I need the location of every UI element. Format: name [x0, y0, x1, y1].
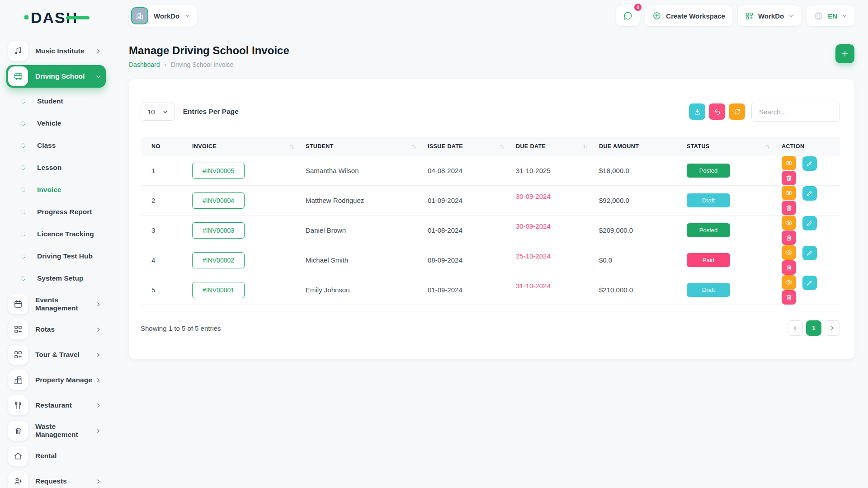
sidebar-item-licence-tracking[interactable]: Licence Tracking: [6, 223, 106, 245]
edit-button[interactable]: [802, 216, 817, 230]
sidebar-item-vehicle[interactable]: Vehicle: [6, 113, 106, 134]
sidebar-item-label: Events Management: [35, 296, 95, 312]
delete-button[interactable]: [782, 290, 796, 305]
cell-no: 5: [141, 286, 192, 294]
invoice-number-pill[interactable]: #INV00002: [192, 252, 245, 268]
bullet-ring-icon: [20, 209, 26, 215]
calendar-icon: [8, 294, 28, 314]
column-header-student[interactable]: STUDENT: [306, 143, 428, 150]
delete-button[interactable]: [782, 201, 796, 215]
column-header-status[interactable]: STATUS: [687, 143, 782, 150]
invoice-number-pill[interactable]: #INV00005: [192, 163, 245, 179]
chat-icon: [623, 10, 633, 21]
cell-invoice: #INV00001: [192, 282, 306, 298]
sidebar-item-requests[interactable]: Requests: [6, 470, 106, 488]
sidebar-item-label: Rental: [35, 452, 57, 460]
workspace-selector[interactable]: WorkDo: [129, 5, 197, 27]
delete-button[interactable]: [782, 230, 796, 245]
table-row: 1 #INV00005 Samantha Wilson 04-08-2024 3…: [141, 156, 840, 186]
edit-button[interactable]: [802, 156, 817, 171]
due-date-text: 31-10-2024: [516, 282, 551, 290]
workdo-menu-button[interactable]: WorkDo: [738, 5, 801, 26]
chevron-right-icon: [95, 48, 101, 54]
bullet-ring-icon: [20, 120, 26, 127]
refresh-button[interactable]: [729, 103, 745, 120]
invoice-number-pill[interactable]: #INV00004: [192, 192, 245, 209]
column-header-due-date[interactable]: DUE DATE: [516, 143, 599, 150]
pencil-icon: [806, 249, 813, 257]
chevron-down-icon: [185, 13, 190, 19]
invoice-number-pill[interactable]: #INV00003: [192, 222, 245, 239]
sidebar-item-rotas[interactable]: Rotas: [6, 318, 106, 341]
sidebar-item-lesson[interactable]: Lesson: [6, 157, 106, 178]
table-row: 3 #INV00003 Daniel Brown 01-08-2024 30-0…: [141, 216, 840, 245]
sidebar-item-property-manage[interactable]: Property Manage: [6, 369, 106, 391]
table-footer: Showing 1 to 5 of 5 entries 1: [141, 320, 840, 336]
controls-right: [685, 102, 840, 122]
sidebar-item-label: Driving Test Hub: [37, 252, 93, 260]
create-workspace-button[interactable]: Create Workspace: [645, 5, 732, 26]
add-invoice-button[interactable]: [835, 44, 854, 63]
column-label: INVOICE: [192, 143, 217, 150]
view-button[interactable]: [782, 275, 796, 290]
export-download-button[interactable]: [689, 103, 705, 120]
prev-page-button[interactable]: [788, 320, 803, 336]
sidebar-item-tour-travel[interactable]: Tour & Travel: [6, 343, 106, 366]
view-button[interactable]: [782, 216, 796, 230]
delete-button[interactable]: [782, 171, 796, 185]
view-button[interactable]: [782, 156, 796, 170]
column-header-due-amount: DUE AMOUNT: [599, 143, 687, 150]
sidebar-item-invoice[interactable]: Invoice: [6, 179, 106, 201]
sidebar-item-progress-report[interactable]: Progress Report: [6, 201, 106, 223]
edit-button[interactable]: [802, 276, 817, 290]
sidebar-item-label: Lesson: [37, 164, 61, 172]
chat-button[interactable]: 0: [616, 5, 640, 26]
cell-invoice: #INV00004: [192, 192, 306, 209]
eye-icon: [785, 189, 793, 197]
sidebar-item-class[interactable]: Class: [6, 135, 106, 156]
invoice-number-pill[interactable]: #INV00001: [192, 282, 245, 298]
undo-button[interactable]: [709, 103, 725, 120]
trash-icon: [785, 264, 793, 271]
sidebar-item-waste-management[interactable]: Waste Management: [6, 419, 106, 442]
pencil-icon: [806, 279, 813, 286]
sidebar-item-music-institute[interactable]: Music Institute: [6, 40, 106, 62]
column-label: STATUS: [687, 143, 710, 150]
sidebar-item-system-setup[interactable]: System Setup: [6, 267, 106, 289]
sidebar-item-events-management[interactable]: Events Management: [6, 293, 106, 315]
sidebar-item-rental[interactable]: Rental: [6, 445, 106, 467]
page-1-button[interactable]: 1: [806, 320, 821, 336]
search-input[interactable]: [751, 102, 840, 122]
sidebar-item-restaurant[interactable]: Restaurant: [6, 394, 106, 417]
pencil-icon: [806, 160, 813, 167]
cell-issue-date: 01-09-2024: [428, 197, 516, 204]
logo-row: DASH: [0, 0, 112, 35]
column-header-invoice[interactable]: INVOICE: [192, 143, 306, 150]
edit-button[interactable]: [802, 246, 817, 260]
edit-button[interactable]: [802, 186, 817, 201]
cell-due-date: 25-10-2024: [516, 256, 599, 264]
brand-logo[interactable]: DASH: [31, 9, 78, 27]
cell-action: [782, 216, 840, 245]
table-row: 4 #INV00002 Michael Smith 08-09-2024 25-…: [141, 245, 840, 275]
entries-per-page-label: Entries Per Page: [183, 108, 239, 116]
sidebar-item-driving-test-hub[interactable]: Driving Test Hub: [6, 245, 106, 267]
cell-action: [782, 245, 840, 275]
sidebar-item-label: Requests: [35, 477, 67, 485]
cell-due-amount: $18,000.0: [599, 167, 687, 174]
view-button[interactable]: [782, 245, 796, 260]
view-button[interactable]: [782, 186, 796, 200]
cell-due-amount: $209,000.0: [599, 226, 687, 234]
topbar: WorkDo 0 Create Workspace WorkDo: [129, 0, 854, 32]
invoice-table-card: 10 Entries Per Page: [129, 79, 854, 359]
sidebar-item-driving-school[interactable]: Driving School: [6, 65, 106, 88]
column-header-issue-date[interactable]: ISSUE DATE: [428, 143, 516, 150]
delete-button[interactable]: [782, 260, 796, 275]
per-page-select[interactable]: 10: [141, 103, 175, 121]
breadcrumb-dashboard-link[interactable]: Dashboard: [129, 61, 160, 68]
sidebar-item-label: Tour & Travel: [35, 351, 80, 359]
language-selector[interactable]: EN: [807, 5, 854, 26]
per-page-value: 10: [147, 108, 155, 116]
sidebar-item-student[interactable]: Student: [6, 90, 106, 112]
next-page-button[interactable]: [825, 320, 840, 336]
